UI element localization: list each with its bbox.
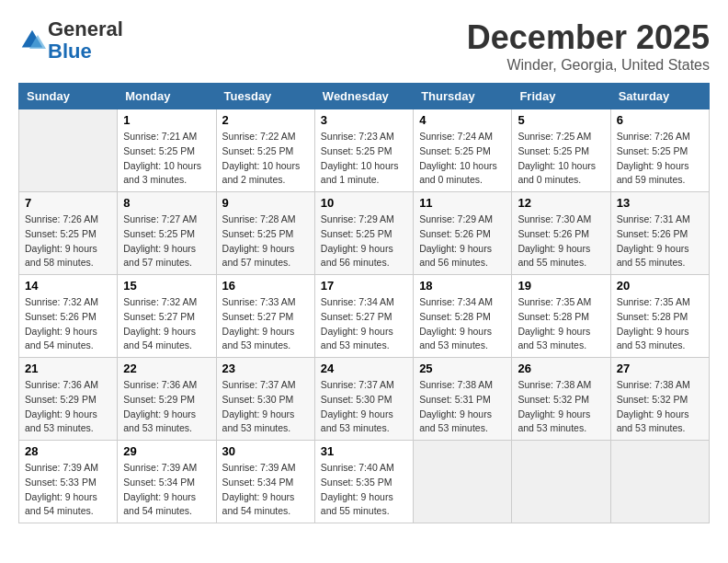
column-header-sunday: Sunday [19, 84, 118, 109]
day-info: Sunrise: 7:31 AM Sunset: 5:26 PM Dayligh… [617, 213, 703, 270]
day-info: Sunrise: 7:33 AM Sunset: 5:27 PM Dayligh… [222, 295, 309, 353]
day-info: Sunrise: 7:39 AM Sunset: 5:34 PM Dayligh… [123, 461, 210, 519]
day-info: Sunrise: 7:35 AM Sunset: 5:28 PM Dayligh… [617, 295, 703, 353]
day-info: Sunrise: 7:37 AM Sunset: 5:30 PM Dayligh… [222, 378, 309, 436]
day-number: 5 [518, 113, 604, 127]
day-info: Sunrise: 7:24 AM Sunset: 5:25 PM Dayligh… [419, 130, 506, 188]
day-number: 31 [321, 444, 407, 458]
day-info: Sunrise: 7:34 AM Sunset: 5:27 PM Dayligh… [321, 295, 407, 353]
day-cell: 17Sunrise: 7:34 AM Sunset: 5:27 PM Dayli… [314, 275, 413, 358]
day-number: 20 [617, 279, 703, 293]
day-cell: 28Sunrise: 7:39 AM Sunset: 5:33 PM Dayli… [19, 441, 118, 523]
day-cell: 31Sunrise: 7:40 AM Sunset: 5:35 PM Dayli… [314, 441, 413, 523]
location: Winder, Georgia, United States [467, 57, 710, 74]
month-title: December 2025 [467, 18, 710, 57]
day-number: 21 [25, 362, 111, 375]
day-info: Sunrise: 7:32 AM Sunset: 5:27 PM Dayligh… [123, 295, 210, 353]
day-cell: 23Sunrise: 7:37 AM Sunset: 5:30 PM Dayli… [216, 358, 314, 441]
day-cell: 27Sunrise: 7:38 AM Sunset: 5:32 PM Dayli… [610, 358, 709, 441]
day-cell: 11Sunrise: 7:29 AM Sunset: 5:26 PM Dayli… [414, 192, 512, 275]
day-info: Sunrise: 7:39 AM Sunset: 5:33 PM Dayligh… [25, 461, 111, 519]
day-number: 7 [25, 196, 111, 210]
day-number: 14 [25, 279, 111, 293]
day-number: 19 [518, 279, 604, 293]
day-cell: 30Sunrise: 7:39 AM Sunset: 5:34 PM Dayli… [216, 441, 314, 523]
day-number: 18 [419, 279, 506, 293]
column-header-tuesday: Tuesday [216, 84, 314, 109]
week-row-2: 7Sunrise: 7:26 AM Sunset: 5:25 PM Daylig… [19, 192, 710, 275]
day-info: Sunrise: 7:29 AM Sunset: 5:26 PM Dayligh… [419, 213, 506, 270]
day-number: 9 [222, 196, 309, 210]
week-row-5: 28Sunrise: 7:39 AM Sunset: 5:33 PM Dayli… [19, 441, 710, 523]
calendar-table: SundayMondayTuesdayWednesdayThursdayFrid… [18, 83, 710, 523]
week-row-4: 21Sunrise: 7:36 AM Sunset: 5:29 PM Dayli… [19, 358, 710, 441]
logo-icon [18, 27, 46, 54]
day-info: Sunrise: 7:35 AM Sunset: 5:28 PM Dayligh… [518, 295, 604, 353]
page-header: General Blue December 2025 Winder, Georg… [18, 18, 710, 74]
day-cell: 24Sunrise: 7:37 AM Sunset: 5:30 PM Dayli… [314, 358, 413, 441]
logo-blue-text: Blue [48, 40, 92, 63]
day-info: Sunrise: 7:34 AM Sunset: 5:28 PM Dayligh… [419, 295, 506, 353]
day-info: Sunrise: 7:37 AM Sunset: 5:30 PM Dayligh… [321, 378, 407, 436]
column-header-monday: Monday [118, 84, 216, 109]
day-cell: 21Sunrise: 7:36 AM Sunset: 5:29 PM Dayli… [19, 358, 118, 441]
day-info: Sunrise: 7:26 AM Sunset: 5:25 PM Dayligh… [617, 130, 703, 188]
day-cell: 16Sunrise: 7:33 AM Sunset: 5:27 PM Dayli… [216, 275, 314, 358]
day-cell: 25Sunrise: 7:38 AM Sunset: 5:31 PM Dayli… [414, 358, 512, 441]
day-number: 25 [419, 362, 506, 375]
day-info: Sunrise: 7:28 AM Sunset: 5:25 PM Dayligh… [222, 213, 309, 270]
day-cell: 4Sunrise: 7:24 AM Sunset: 5:25 PM Daylig… [414, 109, 512, 192]
day-number: 6 [617, 113, 703, 127]
day-cell [414, 441, 512, 523]
column-header-friday: Friday [512, 84, 610, 109]
calendar-body: 1Sunrise: 7:21 AM Sunset: 5:25 PM Daylig… [19, 109, 710, 523]
day-number: 2 [222, 113, 309, 127]
week-row-3: 14Sunrise: 7:32 AM Sunset: 5:26 PM Dayli… [19, 275, 710, 358]
day-number: 3 [321, 113, 407, 127]
day-info: Sunrise: 7:21 AM Sunset: 5:25 PM Dayligh… [123, 130, 210, 188]
day-number: 24 [321, 362, 407, 375]
day-cell: 15Sunrise: 7:32 AM Sunset: 5:27 PM Dayli… [118, 275, 216, 358]
day-number: 22 [123, 362, 210, 375]
day-number: 12 [518, 196, 604, 210]
day-cell: 10Sunrise: 7:29 AM Sunset: 5:25 PM Dayli… [314, 192, 413, 275]
day-cell: 20Sunrise: 7:35 AM Sunset: 5:28 PM Dayli… [610, 275, 709, 358]
day-info: Sunrise: 7:38 AM Sunset: 5:32 PM Dayligh… [617, 378, 703, 436]
day-cell [512, 441, 610, 523]
day-cell: 9Sunrise: 7:28 AM Sunset: 5:25 PM Daylig… [216, 192, 314, 275]
day-number: 10 [321, 196, 407, 210]
day-cell: 7Sunrise: 7:26 AM Sunset: 5:25 PM Daylig… [19, 192, 118, 275]
day-cell: 3Sunrise: 7:23 AM Sunset: 5:25 PM Daylig… [314, 109, 413, 192]
day-number: 27 [617, 362, 703, 375]
day-cell: 26Sunrise: 7:38 AM Sunset: 5:32 PM Dayli… [512, 358, 610, 441]
day-info: Sunrise: 7:32 AM Sunset: 5:26 PM Dayligh… [25, 295, 111, 353]
day-number: 23 [222, 362, 309, 375]
day-number: 4 [419, 113, 506, 127]
day-number: 11 [419, 196, 506, 210]
day-info: Sunrise: 7:39 AM Sunset: 5:34 PM Dayligh… [222, 461, 309, 519]
day-number: 17 [321, 279, 407, 293]
day-cell: 18Sunrise: 7:34 AM Sunset: 5:28 PM Dayli… [414, 275, 512, 358]
day-cell: 1Sunrise: 7:21 AM Sunset: 5:25 PM Daylig… [118, 109, 216, 192]
day-info: Sunrise: 7:27 AM Sunset: 5:25 PM Dayligh… [123, 213, 210, 270]
logo: General Blue [18, 18, 123, 63]
day-number: 8 [123, 196, 210, 210]
day-info: Sunrise: 7:25 AM Sunset: 5:25 PM Dayligh… [518, 130, 604, 188]
calendar-header: SundayMondayTuesdayWednesdayThursdayFrid… [19, 84, 710, 109]
day-cell: 12Sunrise: 7:30 AM Sunset: 5:26 PM Dayli… [512, 192, 610, 275]
day-cell [19, 109, 118, 192]
day-info: Sunrise: 7:22 AM Sunset: 5:25 PM Dayligh… [222, 130, 309, 188]
day-cell: 2Sunrise: 7:22 AM Sunset: 5:25 PM Daylig… [216, 109, 314, 192]
day-number: 30 [222, 444, 309, 458]
day-info: Sunrise: 7:38 AM Sunset: 5:32 PM Dayligh… [518, 378, 604, 436]
day-number: 1 [123, 113, 210, 127]
day-number: 13 [617, 196, 703, 210]
day-cell: 29Sunrise: 7:39 AM Sunset: 5:34 PM Dayli… [118, 441, 216, 523]
header-row: SundayMondayTuesdayWednesdayThursdayFrid… [19, 84, 710, 109]
day-cell: 13Sunrise: 7:31 AM Sunset: 5:26 PM Dayli… [610, 192, 709, 275]
column-header-thursday: Thursday [414, 84, 512, 109]
day-info: Sunrise: 7:26 AM Sunset: 5:25 PM Dayligh… [25, 213, 111, 270]
day-number: 16 [222, 279, 309, 293]
column-header-wednesday: Wednesday [314, 84, 413, 109]
day-cell: 19Sunrise: 7:35 AM Sunset: 5:28 PM Dayli… [512, 275, 610, 358]
